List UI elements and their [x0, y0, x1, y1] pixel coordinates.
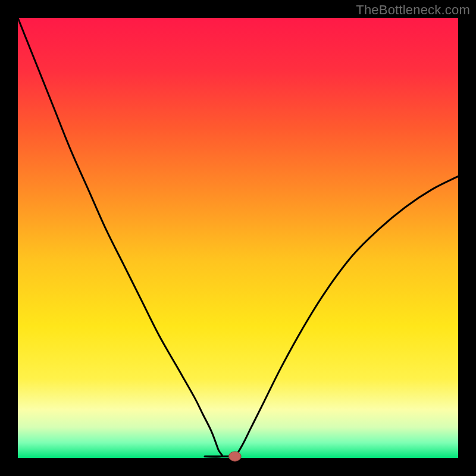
watermark-text: TheBottleneck.com — [356, 2, 470, 18]
bottleneck-chart — [0, 0, 476, 476]
plot-background — [18, 18, 458, 458]
optimum-marker — [228, 452, 241, 461]
chart-frame: TheBottleneck.com — [0, 0, 476, 476]
